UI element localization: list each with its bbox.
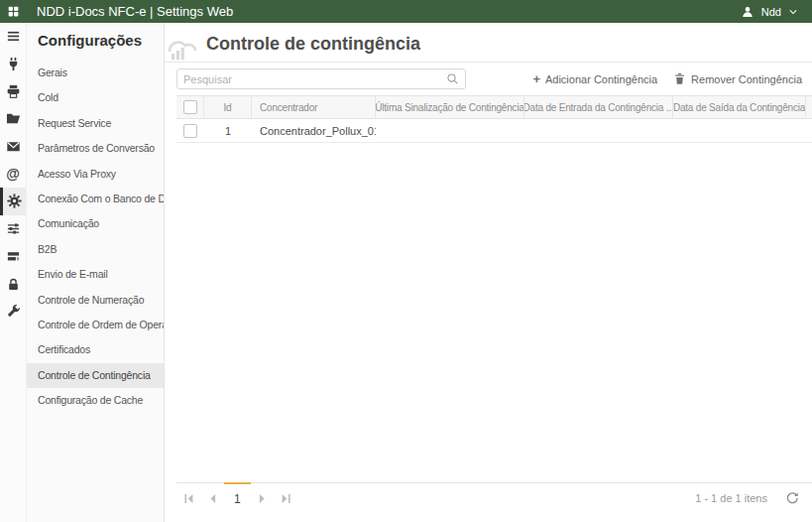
sidebar-item-envio-de-email[interactable]: Envio de E-mail [27, 262, 164, 287]
rail-item-menu[interactable] [0, 23, 26, 51]
sidebar-item-parametros-de-conversao[interactable]: Parâmetros de Conversão [27, 136, 164, 161]
settings-web-window: NDD i-Docs NFC-e | Settings Web Ndd @ [0, 0, 812, 522]
sidebar-item-request-service[interactable]: Request Service [27, 111, 164, 136]
sidebar-item-comunicacao[interactable]: Comunicação [27, 211, 164, 236]
rail-item-server[interactable] [0, 243, 26, 271]
refresh-icon [785, 491, 799, 505]
rail-item-lock[interactable] [0, 270, 26, 298]
sidebar-item-certificados[interactable]: Certificados [27, 337, 164, 362]
rail-item-folder[interactable] [0, 105, 26, 133]
rail-item-wrench[interactable] [0, 298, 26, 326]
rail-item-at[interactable]: @ [0, 160, 26, 188]
sidebar-title: Configurações [27, 23, 164, 61]
pager-info: 1 - 1 de 1 itens [695, 492, 767, 504]
content-header: Controle de contingência [165, 23, 812, 63]
sidebar-item-cold[interactable]: Cold [27, 85, 164, 110]
trash-icon [673, 72, 686, 85]
cloud-chart-icon [167, 34, 198, 61]
at-icon: @ [6, 167, 20, 181]
current-page-button[interactable]: 1 [224, 482, 251, 513]
chevron-down-icon [788, 7, 798, 17]
search-box [176, 68, 466, 89]
gear-icon [7, 194, 22, 208]
menu-icon [6, 29, 21, 44]
page-title: Controle de contingência [206, 34, 420, 55]
topbar: NDD i-Docs NFC-e | Settings Web Ndd [0, 0, 812, 23]
rail-item-mail[interactable] [0, 133, 26, 161]
app-launcher-button[interactable] [0, 5, 27, 18]
add-contingencia-button[interactable]: + Adicionar Contingência [532, 72, 657, 85]
arrow-right-icon [257, 493, 268, 504]
add-contingencia-label: Adicionar Contingência [545, 73, 657, 85]
last-page-button[interactable] [275, 487, 298, 509]
toolbar-actions: + Adicionar Contingência Remover Conting… [532, 72, 812, 85]
column-header-concentrador[interactable]: Concentrador [252, 96, 376, 118]
sidebar-item-b2b[interactable]: B2B [27, 237, 164, 262]
printer-icon [6, 84, 21, 99]
rail-item-plug[interactable] [0, 51, 26, 78]
row-select-cell [176, 124, 204, 138]
column-header-id[interactable]: Id [204, 96, 252, 118]
seek-first-icon [183, 493, 194, 504]
row-concentrador: Concentrador_Pollux_01 [252, 125, 376, 137]
sidebar-item-controle-de-ordem-de-operacao[interactable]: Controle de Ordem de Operação [27, 313, 164, 337]
next-page-button[interactable] [251, 487, 275, 509]
search-icon [446, 72, 459, 85]
sidebar-item-controle-de-numeracao[interactable]: Controle de Numeração [27, 288, 164, 313]
mail-icon [6, 139, 21, 154]
plug-icon [6, 57, 21, 71]
table-row[interactable]: 1 Concentrador_Pollux_01 [176, 119, 812, 143]
user-icon [741, 5, 754, 19]
previous-page-button[interactable] [200, 487, 224, 509]
select-all-cell [176, 96, 204, 118]
sidebar-item-conexao-banco-de-dados[interactable]: Conexão Com o Banco de Dados [27, 187, 164, 211]
sliders-icon [6, 221, 21, 236]
column-header-data-entrada[interactable]: Data de Entrada da Contingência ... [524, 96, 673, 118]
remove-contingencia-button[interactable]: Remover Contingência [673, 72, 802, 85]
folder-icon [6, 111, 21, 126]
rail-item-sliders[interactable] [0, 215, 26, 243]
wrench-icon [6, 304, 21, 319]
sidebar-item-configuracao-de-cache[interactable]: Configuração de Cache [27, 388, 164, 413]
sidebar-item-acesso-via-proxy[interactable]: Acesso Via Proxy [27, 162, 164, 187]
remove-contingencia-label: Remover Contingência [691, 73, 802, 85]
column-header-ultima-sinalizacao[interactable]: Última Sinalização de Contingência [376, 96, 524, 118]
grid-header-row: Id Concentrador Última Sinalização de Co… [176, 96, 812, 119]
sidebar-item-controle-de-contingencia[interactable]: Controle de Contingência [27, 363, 164, 388]
column-header-stub [806, 96, 812, 118]
contingencia-grid: Id Concentrador Última Sinalização de Co… [176, 95, 812, 143]
column-header-data-saida[interactable]: Data de Saída da Contingência [673, 96, 806, 118]
app-title: NDD i-Docs NFC-e | Settings Web [37, 4, 233, 19]
search-button[interactable] [444, 72, 465, 85]
row-checkbox[interactable] [183, 124, 197, 138]
user-name: Ndd [761, 6, 781, 18]
toolbar: + Adicionar Contingência Remover Conting… [165, 63, 812, 95]
refresh-button[interactable] [785, 491, 799, 505]
settings-sidebar: Configurações Gerais Cold Request Servic… [27, 23, 165, 522]
sidebar-item-gerais[interactable]: Gerais [27, 61, 164, 85]
search-input[interactable] [177, 73, 444, 85]
user-menu[interactable]: Ndd [741, 5, 812, 19]
seek-last-icon [281, 493, 291, 504]
lock-icon [6, 277, 21, 292]
row-id: 1 [204, 125, 252, 137]
server-icon [6, 249, 21, 264]
select-all-checkbox[interactable] [183, 100, 197, 114]
rail-item-settings[interactable] [0, 188, 26, 215]
plus-icon: + [532, 72, 540, 85]
waffle-icon [7, 5, 20, 18]
pager-right: 1 - 1 de 1 itens [695, 491, 812, 505]
arrow-left-icon [207, 493, 218, 504]
first-page-button[interactable] [176, 487, 200, 509]
rail-item-printer[interactable] [0, 77, 26, 105]
icon-rail: @ [0, 23, 27, 522]
main-content: Controle de contingência + Adicionar Con… [165, 23, 812, 522]
pager: 1 1 - 1 de 1 itens [176, 482, 812, 513]
